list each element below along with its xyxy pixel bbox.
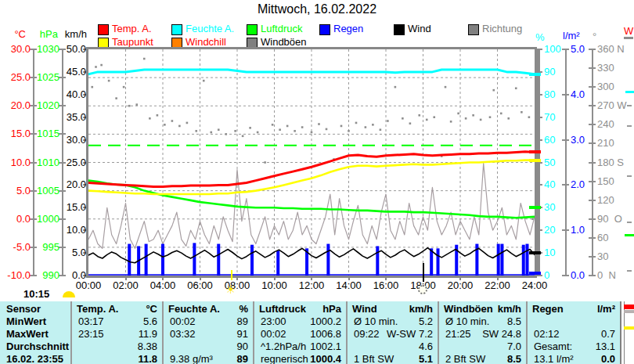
table-cell-value: 7.0 (444, 341, 521, 352)
wind-direction-dot (218, 128, 220, 131)
rain-tick-label: 5.0 (571, 44, 585, 54)
statistics-table: SensorMinWertMaxWertDurchschnitt16.02. 2… (0, 301, 621, 364)
sunrise-tick (231, 270, 232, 280)
wind-direction-dot (272, 124, 274, 126)
rain-tick (562, 275, 569, 276)
table-column-divider (70, 301, 72, 364)
direction-tick (589, 218, 596, 220)
time-label: 20:00 (441, 279, 479, 291)
legend-label: Feuchte A. (186, 23, 234, 34)
table-row-label: Sensor (6, 304, 41, 315)
time-label: 16:00 (367, 279, 405, 291)
wind-direction-dot (123, 86, 125, 88)
direction-tick-label: 360 N (597, 44, 625, 54)
wind-direction-dot (445, 86, 447, 88)
direction-tick (589, 86, 596, 88)
time-tick (200, 276, 201, 280)
table-column-divider (346, 301, 348, 364)
direction-tick-label: 180 S (597, 157, 624, 168)
direction-tick (589, 105, 596, 106)
plot-svg (88, 49, 535, 276)
direction-tick-label: 240 (597, 119, 614, 129)
direction-tick (589, 275, 596, 276)
direction-tick (589, 124, 596, 125)
rain-bar (250, 245, 254, 276)
wind-direction-dot (294, 130, 296, 132)
edge-mark (624, 326, 634, 330)
edge-mark (627, 222, 632, 223)
wind-tick-label: 30.0 (38, 135, 86, 145)
time-label: 10:00 (256, 279, 294, 291)
direction-tick (589, 142, 596, 144)
wind-direction-dot (286, 125, 289, 128)
pressure-tick-label: 1020 (11, 100, 59, 110)
rain-tick (562, 139, 569, 141)
wind-direction-dot (457, 113, 459, 115)
wind-direction-dot (402, 117, 404, 120)
table-cell-value: 8.5 (444, 316, 521, 327)
wind-direction-dot (515, 87, 517, 89)
time-label: 00:00 (70, 279, 107, 291)
wind-direction-dot (203, 80, 205, 82)
wind-direction-dot (234, 130, 236, 132)
axis-title-%: % (535, 32, 545, 42)
legend-swatch-Feuchte A. (171, 24, 182, 35)
sunset-moon-icon (418, 285, 427, 294)
rain-axis-line (565, 49, 567, 276)
edge-mark (625, 234, 634, 236)
axis-title-W: W (624, 26, 633, 36)
wind-tick-label: 25.0 (38, 157, 86, 168)
weather-graph-panel: Mittwoch, 16.02.2022 Temp. A.Feuchte A.L… (0, 0, 634, 364)
table-cell-value: 0.0 (532, 354, 615, 364)
wind-direction-dot (164, 124, 166, 126)
wind-direction-dot (178, 125, 181, 128)
time-label: 14:00 (330, 279, 368, 291)
time-tick (125, 276, 127, 280)
rain-bar (161, 244, 164, 276)
time-label: 24:00 (516, 279, 553, 291)
rain-tick (562, 184, 569, 186)
rain-tick-label: 3.0 (571, 135, 585, 145)
rain-bar (217, 244, 220, 276)
table-column-divider (253, 301, 254, 364)
pressure-tick (59, 77, 66, 78)
wind-tick-label: 10.0 (38, 225, 86, 235)
plot-area (86, 47, 537, 278)
edge-mark (624, 305, 634, 309)
time-tick (274, 276, 276, 280)
wind-direction-dot (210, 132, 212, 134)
wind-direction-dot (418, 114, 420, 117)
current-pressure-mark (529, 206, 541, 209)
legend-label: Wind (408, 23, 431, 34)
table-cell-value: 91 (168, 329, 248, 340)
wind-direction-dot (387, 120, 389, 122)
wind-direction-dot (465, 117, 467, 120)
table-column-divider (162, 301, 164, 364)
page-title: Mittwoch, 16.02.2022 (0, 2, 634, 16)
wind-direction-dot (100, 64, 103, 67)
humidity-tick-label: 40 (544, 179, 555, 189)
rain-tick-label: 0.0 (571, 270, 585, 280)
legend-label: Regen (333, 23, 363, 34)
daylight-duration-label: 10:15 (23, 288, 49, 300)
table-column-divider (526, 301, 528, 364)
table-cell-value: 1000.2 (259, 316, 341, 327)
humidity-tick-label: 10 (544, 247, 555, 258)
direction-tick-label: 270 W (597, 100, 627, 110)
table-cell-value: 5.6 (77, 316, 157, 327)
legend-label: Temp. A. (112, 23, 152, 34)
wind-direction-dot (507, 117, 510, 120)
wind-direction-dot (264, 161, 266, 164)
rain-tick (562, 49, 569, 50)
wind-direction-dot (480, 119, 482, 121)
current-wind-mark (529, 251, 541, 254)
daylight-sun-icon (63, 291, 75, 297)
time-tick (459, 276, 461, 280)
wind-direction-dot (433, 116, 435, 118)
table-cell-value: 8.38 (77, 341, 157, 352)
table-row-label: MinWert (6, 316, 46, 327)
time-label: 12:00 (293, 279, 330, 291)
wind-direction-dot (225, 133, 227, 135)
humidity-tick-label: 80 (544, 89, 555, 99)
current-temp-mark (529, 159, 541, 162)
